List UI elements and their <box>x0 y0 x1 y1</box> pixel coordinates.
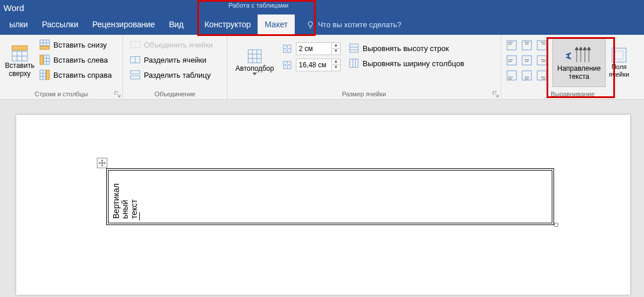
spin-down[interactable]: ▼ <box>332 49 340 55</box>
align-mid-left[interactable] <box>505 53 519 67</box>
document-table[interactable]: Вертикал ьный текст <box>106 168 554 225</box>
ribbon: Вставить сверху Вставить снизу <box>0 35 644 100</box>
group-rows-columns-label: Строки и столбцы <box>35 90 88 97</box>
distribute-cols-button[interactable]: Выровнять ширину столбцов <box>345 56 468 71</box>
col-width-value[interactable] <box>296 59 331 71</box>
align-bot-left[interactable] <box>505 68 519 82</box>
tab-table-layout[interactable]: Макет <box>258 15 295 35</box>
group-cell-size-label: Размер ячейки <box>342 90 386 97</box>
insert-below-icon <box>39 39 50 50</box>
svg-rect-38 <box>350 59 358 67</box>
merge-cells-icon <box>130 39 140 50</box>
tab-review[interactable]: Рецензирование <box>85 15 162 35</box>
svg-rect-47 <box>537 41 547 50</box>
tab-mailings[interactable]: Рассылки <box>35 15 85 35</box>
svg-rect-35 <box>350 44 358 52</box>
svg-rect-41 <box>507 41 516 50</box>
align-top-right[interactable] <box>535 38 549 52</box>
insert-above-icon <box>11 45 28 62</box>
group-merge-label: Объединение <box>154 90 195 97</box>
row-height-value[interactable] <box>296 43 331 55</box>
text-direction-label: Направление текста <box>558 64 601 81</box>
split-cells-button[interactable]: Разделить ячейки <box>126 52 216 67</box>
align-bot-center[interactable] <box>520 68 534 82</box>
row-height-input[interactable]: ▲▼ <box>282 42 341 56</box>
col-width-input[interactable]: ▲▼ <box>282 58 341 72</box>
distribute-rows-icon <box>349 43 359 53</box>
split-cells-icon <box>130 55 140 65</box>
cell-margins-label: Поля ячейки <box>609 63 629 78</box>
tab-view[interactable]: Вид <box>162 15 190 35</box>
svg-rect-9 <box>40 46 49 49</box>
tab-links-partial[interactable]: ылки <box>2 15 35 35</box>
group-rows-columns: Вставить сверху Вставить снизу <box>0 35 123 99</box>
cell-margins-icon <box>611 47 627 63</box>
insert-above-button[interactable]: Вставить сверху <box>3 37 36 86</box>
distribute-cols-icon <box>349 58 359 68</box>
alignment-grid <box>505 38 549 82</box>
align-top-left[interactable] <box>505 38 519 52</box>
lightbulb-icon <box>306 21 314 29</box>
svg-rect-19 <box>46 70 49 79</box>
svg-rect-44 <box>522 41 531 50</box>
text-direction-icon: A <box>566 45 592 64</box>
table-resize-handle[interactable] <box>554 223 558 227</box>
distribute-rows-button[interactable]: Выровнять высоту строк <box>345 41 468 56</box>
svg-rect-26 <box>248 49 262 63</box>
align-bot-right[interactable] <box>535 68 549 82</box>
table-move-handle[interactable] <box>97 158 107 168</box>
tell-me-placeholder: Что вы хотите сделать? <box>318 20 401 29</box>
svg-rect-25 <box>131 76 140 79</box>
col-width-icon <box>282 60 292 70</box>
group-cell-size: Автоподбор ▲▼ <box>227 35 501 99</box>
svg-rect-56 <box>537 56 547 65</box>
svg-text:A: A <box>566 52 573 60</box>
ribbon-tabs: ылки Рассылки Рецензирование Вид Констру… <box>0 15 644 35</box>
svg-rect-53 <box>522 56 531 65</box>
dialog-launcher-icon[interactable] <box>493 91 500 98</box>
insert-left-button[interactable]: Вставить слева <box>36 52 115 67</box>
insert-below-button[interactable]: Вставить снизу <box>36 37 115 52</box>
move-icon <box>99 160 106 166</box>
group-alignment: A Направление текста Поля ячейки <box>501 35 644 99</box>
dropdown-icon <box>252 73 257 75</box>
title-bar: Word Работа с таблицами <box>0 0 644 15</box>
app-name: Word <box>0 3 27 15</box>
text-direction-button[interactable]: A Направление текста <box>552 38 606 87</box>
autofit-icon <box>246 48 263 65</box>
group-merge: Объединить ячейки Разделить ячейки Разде… <box>123 35 227 99</box>
svg-rect-4 <box>12 46 27 50</box>
split-table-icon <box>130 70 140 80</box>
tell-me-search[interactable]: Что вы хотите сделать? <box>306 20 401 29</box>
cell-text: Вертикал ьный текст <box>112 183 139 219</box>
page[interactable]: Вертикал ьный текст <box>16 115 630 295</box>
insert-right-button[interactable]: Вставить справа <box>36 67 115 82</box>
autofit-button[interactable]: Автоподбор <box>231 37 278 86</box>
context-tab-group-title: Работа с таблицами <box>205 2 312 9</box>
align-mid-center[interactable] <box>520 53 534 67</box>
insert-right-icon <box>39 70 50 80</box>
tab-table-design[interactable]: Конструктор <box>197 15 258 35</box>
svg-rect-73 <box>612 48 626 62</box>
svg-rect-24 <box>131 71 140 74</box>
text-cursor <box>139 212 140 220</box>
cell-margins-button[interactable]: Поля ячейки <box>606 38 632 87</box>
row-height-icon <box>282 44 292 54</box>
align-top-center[interactable] <box>520 38 534 52</box>
insert-above-label: Вставить сверху <box>5 62 35 78</box>
table-cell[interactable]: Вертикал ьный текст <box>108 170 552 223</box>
svg-rect-14 <box>40 55 43 64</box>
insert-left-icon <box>39 55 50 65</box>
align-mid-right[interactable] <box>535 53 549 67</box>
document-area: Вертикал ьный текст <box>0 100 644 297</box>
split-table-button[interactable]: Разделить таблицу <box>126 67 216 82</box>
merge-cells-button: Объединить ячейки <box>126 37 216 52</box>
svg-rect-50 <box>507 56 516 65</box>
spin-down[interactable]: ▼ <box>332 65 340 71</box>
svg-rect-74 <box>615 51 623 59</box>
dialog-launcher-icon[interactable] <box>114 91 121 98</box>
group-alignment-label: Выравнивание <box>551 90 595 97</box>
